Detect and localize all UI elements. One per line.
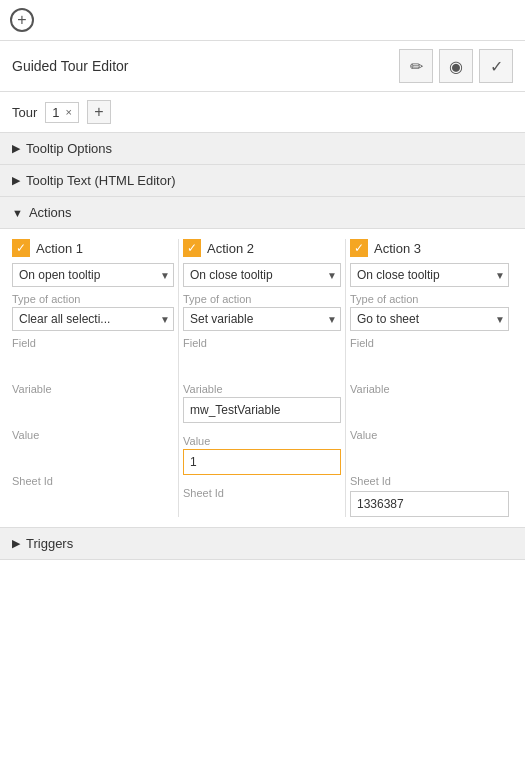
- action-1-type-label: Type of action: [12, 293, 174, 305]
- check-icon: ✓: [490, 57, 503, 76]
- action-3-trigger-wrapper: On open tooltip On close tooltip ▼: [350, 263, 509, 287]
- header-icons: ✏ ◉ ✓: [399, 49, 513, 83]
- action-1-header: ✓ Action 1: [12, 239, 174, 257]
- action-2-type-label: Type of action: [183, 293, 341, 305]
- add-tour-button[interactable]: +: [87, 100, 111, 124]
- add-tour-icon: +: [94, 103, 103, 121]
- paint-icon-btn[interactable]: ✏: [399, 49, 433, 83]
- triggers-label: Triggers: [26, 536, 73, 551]
- action-1-sheet-id-label: Sheet Id: [12, 475, 174, 487]
- action-3-trigger-select[interactable]: On open tooltip On close tooltip: [350, 263, 509, 287]
- action-3-value-label: Value: [350, 429, 509, 441]
- action-1-field-empty: [12, 351, 174, 377]
- action-2-field-empty: [183, 351, 341, 377]
- action-1-trigger-wrapper: On open tooltip On close tooltip ▼: [12, 263, 174, 287]
- action-3-variable-label: Variable: [350, 383, 509, 395]
- action-1-label: Action 1: [36, 241, 83, 256]
- action-1-field-label: Field: [12, 337, 174, 349]
- action-3-sheet-id-input[interactable]: [350, 491, 509, 517]
- action-3-field-empty: [350, 351, 509, 377]
- action-3-sheet-id-label: Sheet Id: [350, 475, 509, 487]
- tour-tab-1[interactable]: 1 ×: [45, 102, 79, 123]
- action-1-type-wrapper: Clear all selecti... Set variable Go to …: [12, 307, 174, 331]
- tooltip-text-label: Tooltip Text (HTML Editor): [26, 173, 176, 188]
- action-2-type-select[interactable]: Clear all selecti... Set variable Go to …: [183, 307, 341, 331]
- tour-tab-close[interactable]: ×: [66, 106, 72, 118]
- tooltip-text-arrow: ▶: [12, 174, 20, 187]
- eye-icon-btn[interactable]: ◉: [439, 49, 473, 83]
- action-2-type-wrapper: Clear all selecti... Set variable Go to …: [183, 307, 341, 331]
- action-2-sheet-id-label: Sheet Id: [183, 487, 341, 499]
- action-3-checkbox[interactable]: ✓: [350, 239, 368, 257]
- actions-header[interactable]: ▼ Actions: [0, 197, 525, 229]
- action-3-col: ✓ Action 3 On open tooltip On close tool…: [346, 239, 513, 517]
- action-2-trigger-wrapper: On open tooltip On close tooltip ▼: [183, 263, 341, 287]
- triggers-arrow: ▶: [12, 537, 20, 550]
- action-2-col: ✓ Action 2 On open tooltip On close tool…: [179, 239, 346, 517]
- action-1-checkbox[interactable]: ✓: [12, 239, 30, 257]
- action-1-variable-empty: [12, 397, 174, 423]
- action-2-value-label: Value: [183, 435, 341, 447]
- action-3-type-label: Type of action: [350, 293, 509, 305]
- eye-icon: ◉: [449, 57, 463, 76]
- paint-icon: ✏: [410, 57, 423, 76]
- action-1-value-label: Value: [12, 429, 174, 441]
- action-2-trigger-select[interactable]: On open tooltip On close tooltip: [183, 263, 341, 287]
- add-button[interactable]: +: [10, 8, 34, 32]
- top-bar: +: [0, 0, 525, 41]
- action-3-field-label: Field: [350, 337, 509, 349]
- action-1-variable-label: Variable: [12, 383, 174, 395]
- header: Guided Tour Editor ✏ ◉ ✓: [0, 41, 525, 92]
- tour-label: Tour: [12, 105, 37, 120]
- action-2-variable-input[interactable]: [183, 397, 341, 423]
- tooltip-options-label: Tooltip Options: [26, 141, 112, 156]
- action-1-type-select[interactable]: Clear all selecti... Set variable Go to …: [12, 307, 174, 331]
- action-2-value-input[interactable]: [183, 449, 341, 475]
- action-3-variable-empty: [350, 397, 509, 423]
- action-2-header: ✓ Action 2: [183, 239, 341, 257]
- action-3-value-empty: [350, 443, 509, 469]
- action-2-label: Action 2: [207, 241, 254, 256]
- action-2-variable-label: Variable: [183, 383, 341, 395]
- action-2-field-label: Field: [183, 337, 341, 349]
- tooltip-options-arrow: ▶: [12, 142, 20, 155]
- action-3-type-select[interactable]: Clear all selecti... Set variable Go to …: [350, 307, 509, 331]
- action-1-col: ✓ Action 1 On open tooltip On close tool…: [12, 239, 179, 517]
- tour-bar: Tour 1 × +: [0, 92, 525, 133]
- actions-grid: ✓ Action 1 On open tooltip On close tool…: [12, 239, 513, 517]
- action-3-header: ✓ Action 3: [350, 239, 509, 257]
- check-icon-btn[interactable]: ✓: [479, 49, 513, 83]
- actions-arrow: ▼: [12, 207, 23, 219]
- tooltip-options-header[interactable]: ▶ Tooltip Options: [0, 133, 525, 165]
- actions-label: Actions: [29, 205, 72, 220]
- action-1-value-empty: [12, 443, 174, 469]
- action-3-type-wrapper: Clear all selecti... Set variable Go to …: [350, 307, 509, 331]
- actions-section: ✓ Action 1 On open tooltip On close tool…: [0, 229, 525, 527]
- tooltip-text-header[interactable]: ▶ Tooltip Text (HTML Editor): [0, 165, 525, 197]
- action-1-trigger-select[interactable]: On open tooltip On close tooltip: [12, 263, 174, 287]
- triggers-header[interactable]: ▶ Triggers: [0, 528, 525, 560]
- action-2-checkbox[interactable]: ✓: [183, 239, 201, 257]
- action-3-label: Action 3: [374, 241, 421, 256]
- tour-tab-number: 1: [52, 105, 59, 120]
- triggers-section: ▶ Triggers: [0, 527, 525, 560]
- editor-title: Guided Tour Editor: [12, 58, 128, 74]
